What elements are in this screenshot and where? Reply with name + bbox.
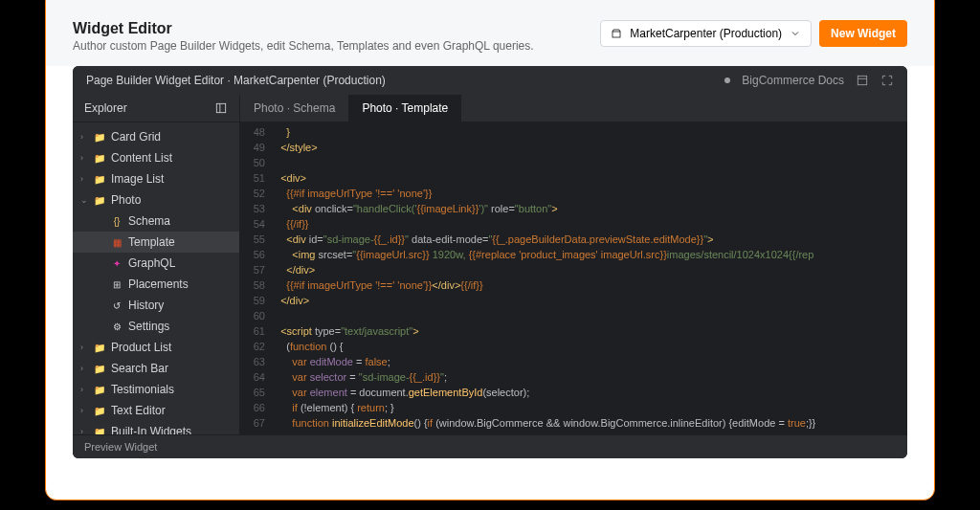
code-line[interactable]: 58 {{#if imageUrlType '!==' 'none'}}</di… xyxy=(240,277,907,293)
code-line[interactable]: 63 var editMode = false; xyxy=(240,354,907,369)
code-text[interactable]: {{#if imageUrlType '!==' 'none'}} xyxy=(275,186,432,201)
code-line[interactable]: 48 } xyxy=(240,124,907,140)
code-editor[interactable]: 48 }49 </style>5051 <div>52 {{#if imageU… xyxy=(240,122,907,434)
tab-schema[interactable]: Photo · Schema xyxy=(240,95,348,122)
code-line[interactable]: 64 var selector = "sd-image-{{_.id}}"; xyxy=(240,369,907,385)
page-subtitle: Author custom Page Builder Widgets, edit… xyxy=(73,39,534,53)
sidebar-item-photo[interactable]: ⌄📁Photo xyxy=(73,189,239,211)
line-number: 52 xyxy=(240,186,275,201)
line-number: 48 xyxy=(240,124,275,140)
sidebar-item-builtin[interactable]: ›📁Built-In Widgets xyxy=(73,421,239,434)
folder-icon: 📁 xyxy=(94,405,105,416)
code-line[interactable]: 52 {{#if imageUrlType '!==' 'none'}} xyxy=(240,186,907,201)
code-text[interactable]: <div id="sd-image-{{_.id}}" data-edit-mo… xyxy=(275,232,713,247)
code-text[interactable]: var element = document.getElementById(se… xyxy=(275,385,529,400)
window-icon[interactable] xyxy=(856,74,869,87)
fullscreen-icon[interactable] xyxy=(880,74,894,87)
code-line[interactable]: 60 xyxy=(240,308,907,323)
editor-panel: Page Builder Widget Editor · MarketCarpe… xyxy=(73,66,907,458)
code-text[interactable]: </div> xyxy=(275,293,309,308)
explorer-header: Explorer xyxy=(73,95,239,122)
sidebar-item-search-bar[interactable]: ›📁Search Bar xyxy=(73,358,239,379)
editor-title: Page Builder Widget Editor · MarketCarpe… xyxy=(86,74,386,87)
docs-link[interactable]: BigCommerce Docs xyxy=(742,74,844,87)
code-line[interactable]: 59 </div> xyxy=(240,293,907,308)
history-icon: ↺ xyxy=(111,299,122,311)
line-number: 59 xyxy=(240,293,275,308)
code-text[interactable]: {{/if}} xyxy=(275,216,309,232)
code-text[interactable]: } xyxy=(275,124,290,140)
line-number: 54 xyxy=(240,216,275,232)
code-line[interactable]: 53 <div onclick="handleClick('{{imageLin… xyxy=(240,201,907,216)
line-number: 58 xyxy=(240,277,275,293)
sidebar-item-settings[interactable]: ⚙Settings xyxy=(73,316,239,337)
tab-template[interactable]: Photo · Template xyxy=(348,95,461,122)
code-text[interactable]: <div onclick="handleClick('{{imageLink}}… xyxy=(275,201,558,216)
code-line[interactable]: 67 function initializeEditMode() {if (wi… xyxy=(240,415,907,431)
line-number: 55 xyxy=(240,232,275,247)
line-number: 62 xyxy=(240,339,275,354)
code-text[interactable]: if (!element) { return; } xyxy=(275,400,394,415)
code-line[interactable]: 62 (function () { xyxy=(240,339,907,354)
code-line[interactable]: 50 xyxy=(240,155,907,170)
code-text[interactable]: </div> xyxy=(275,262,315,277)
svg-rect-0 xyxy=(612,32,620,37)
code-text[interactable]: <script type="text/javascript"> xyxy=(275,323,419,339)
html-icon: ▦ xyxy=(111,236,122,248)
page-title: Widget Editor xyxy=(73,20,534,37)
code-text[interactable]: <img srcset="{{imageUrl.src}} 1920w, {{#… xyxy=(275,247,813,262)
new-widget-button[interactable]: New Widget xyxy=(819,20,907,47)
editor-body: Explorer ›📁Card Grid ›📁Content List ›📁Im… xyxy=(73,95,907,434)
line-number: 56 xyxy=(240,247,275,262)
code-line[interactable]: 65 var element = document.getElementById… xyxy=(240,385,907,400)
folder-icon: 📁 xyxy=(94,384,105,395)
line-number: 66 xyxy=(240,400,275,415)
sidebar-item-content-list[interactable]: ›📁Content List xyxy=(73,147,239,168)
explorer-label: Explorer xyxy=(84,101,127,115)
svg-rect-1 xyxy=(858,76,866,84)
code-line[interactable]: 66 if (!element) { return; } xyxy=(240,400,907,415)
sidebar-item-placements[interactable]: ⊞Placements xyxy=(73,274,239,295)
code-text[interactable]: var selector = "sd-image-{{_.id}}"; xyxy=(275,369,447,385)
sidebar-item-history[interactable]: ↺History xyxy=(73,295,239,316)
panel-collapse-icon[interactable] xyxy=(214,101,228,115)
sidebar-item-testimonials[interactable]: ›📁Testimonials xyxy=(73,379,239,400)
folder-icon: 📁 xyxy=(94,363,105,374)
folder-icon: 📁 xyxy=(94,342,105,353)
line-number: 53 xyxy=(240,201,275,216)
code-line[interactable]: 57 </div> xyxy=(240,262,907,277)
code-line[interactable]: 56 <img srcset="{{imageUrl.src}} 1920w, … xyxy=(240,247,907,262)
explorer-panel: Explorer ›📁Card Grid ›📁Content List ›📁Im… xyxy=(73,95,240,434)
code-text[interactable]: <div> xyxy=(275,170,306,186)
preview-widget-button[interactable]: Preview Widget xyxy=(73,434,907,458)
dropdown-label: MarketCarpenter (Production) xyxy=(630,27,782,40)
file-tree: ›📁Card Grid ›📁Content List ›📁Image List … xyxy=(73,122,239,434)
code-text[interactable]: {{#if imageUrlType '!==' 'none'}}</div>{… xyxy=(275,277,483,293)
line-number: 49 xyxy=(240,140,275,155)
app-window: Widget Editor Author custom Page Builder… xyxy=(45,0,935,500)
sidebar-item-schema[interactable]: {}Schema xyxy=(73,211,239,232)
grid-icon: ⊞ xyxy=(111,278,122,290)
folder-icon: 📁 xyxy=(94,173,105,185)
sidebar-item-image-list[interactable]: ›📁Image List xyxy=(73,168,239,189)
sidebar-item-card-grid[interactable]: ›📁Card Grid xyxy=(73,126,239,147)
folder-icon: 📁 xyxy=(94,194,105,206)
sidebar-item-product-list[interactable]: ›📁Product List xyxy=(73,337,239,358)
code-text[interactable]: function initializeEditMode() {if (windo… xyxy=(275,415,815,431)
code-text[interactable]: var editMode = false; xyxy=(275,354,390,369)
line-number: 60 xyxy=(240,308,275,323)
page-header: Widget Editor Author custom Page Builder… xyxy=(46,0,934,66)
code-line[interactable]: 51 <div> xyxy=(240,170,907,186)
sidebar-item-text-editor[interactable]: ›📁Text Editor xyxy=(73,400,239,421)
store-dropdown[interactable]: MarketCarpenter (Production) xyxy=(600,20,812,47)
code-text[interactable]: </style> xyxy=(275,140,318,155)
sidebar-item-graphql[interactable]: ✦GraphQL xyxy=(73,253,239,274)
code-line[interactable]: 49 </style> xyxy=(240,140,907,155)
line-number: 50 xyxy=(240,155,275,170)
sidebar-item-template[interactable]: ▦Template xyxy=(73,232,239,253)
code-text[interactable]: (function () { xyxy=(275,339,344,354)
code-line[interactable]: 55 <div id="sd-image-{{_.id}}" data-edit… xyxy=(240,232,907,247)
code-line[interactable]: 61 <script type="text/javascript"> xyxy=(240,323,907,339)
editor-tabs: Photo · Schema Photo · Template xyxy=(240,95,907,122)
code-line[interactable]: 54 {{/if}} xyxy=(240,216,907,232)
